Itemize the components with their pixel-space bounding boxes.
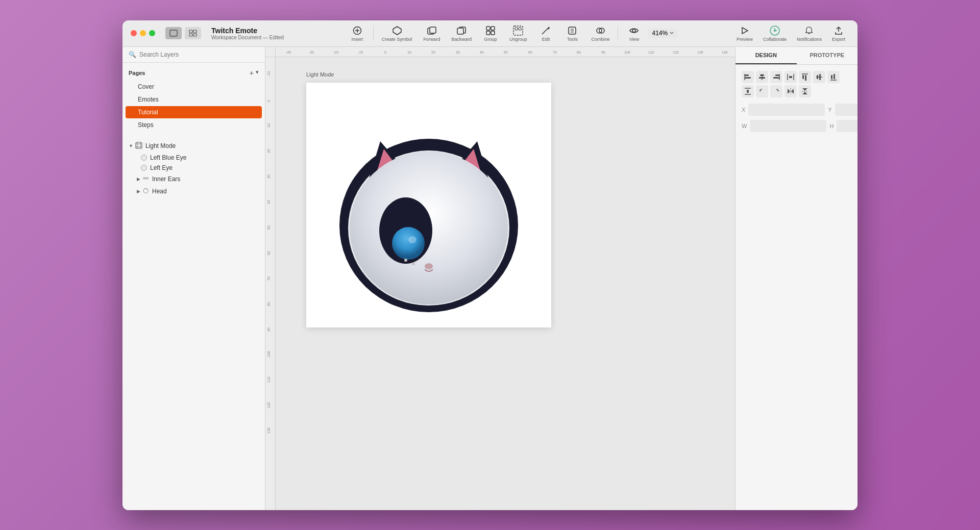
forward-label: Forward — [423, 37, 440, 42]
preview-label: Preview — [737, 37, 753, 42]
notifications-button[interactable]: Notifications — [793, 23, 826, 44]
svg-text:40: 40 — [267, 200, 271, 204]
align-left-button[interactable] — [742, 71, 754, 83]
svg-rect-16 — [491, 31, 495, 35]
edit-label: Edit — [542, 37, 550, 42]
svg-rect-96 — [789, 76, 792, 78]
page-item-emotes[interactable]: Emotes — [126, 93, 262, 106]
ruler-corner — [265, 47, 276, 57]
svg-text:90: 90 — [267, 327, 271, 332]
preview-icon — [739, 25, 750, 36]
layer-group-light-mode: ▼ Light Mode — [122, 138, 265, 199]
page-item-tutorial[interactable]: Tutorial — [126, 106, 262, 118]
main-content: 🔍 Pages + ▾ Cover Emotes Tutorial Steps — [122, 47, 857, 510]
align-top-button[interactable] — [799, 71, 811, 83]
svg-text:40: 40 — [480, 51, 484, 54]
svg-rect-98 — [805, 75, 806, 81]
search-input[interactable] — [139, 51, 259, 58]
frame-label: Light Mode — [306, 71, 334, 78]
backward-button[interactable]: Backward — [446, 23, 477, 44]
layer-group-header-inner-ears[interactable]: ▶ Inner Ears — [122, 173, 265, 185]
export-label: Export — [832, 37, 845, 42]
notifications-label: Notifications — [797, 37, 822, 42]
svg-text:-30: -30 — [309, 51, 314, 54]
rotate-left-button[interactable] — [756, 85, 768, 97]
page-item-steps[interactable]: Steps — [126, 119, 262, 131]
layer-item-left-eye[interactable]: Left Eye — [122, 163, 265, 173]
svg-marker-112 — [791, 89, 794, 94]
flip-v-button[interactable] — [799, 85, 811, 97]
align-middle-button[interactable] — [813, 71, 825, 83]
preview-button[interactable]: Preview — [732, 23, 757, 44]
insert-button[interactable]: Insert — [345, 23, 370, 44]
svg-text:10: 10 — [407, 51, 411, 54]
xy-row: X Y ° — [742, 104, 851, 116]
layer-label-left-blue-eye: Left Blue Eye — [150, 154, 186, 161]
combine-label: Combine — [591, 37, 609, 42]
grid-view-button[interactable] — [185, 27, 201, 39]
tools-label: Tools — [567, 37, 578, 42]
svg-text:-20: -20 — [333, 51, 338, 54]
view-label: View — [629, 37, 639, 42]
align-center-h-button[interactable] — [756, 71, 768, 83]
combine-button[interactable]: Combine — [586, 23, 615, 44]
layer-group-header-head[interactable]: ▶ Head — [122, 185, 265, 197]
svg-text:90: 90 — [601, 51, 605, 54]
pages-header: Pages + ▾ — [122, 67, 265, 80]
view-button[interactable]: View — [621, 23, 647, 44]
distribute-h-button[interactable] — [785, 71, 797, 83]
insert-icon — [352, 25, 363, 36]
canvas-area[interactable]: -40 -30 -20 -10 0 10 20 30 40 50 60 70 8… — [265, 47, 735, 510]
layer-group-header-light-mode[interactable]: ▼ Light Mode — [122, 140, 265, 153]
rotate-right-button[interactable] — [770, 85, 782, 97]
tools-button[interactable]: Tools — [559, 23, 585, 44]
w-input[interactable] — [750, 120, 826, 132]
combine-icon — [595, 25, 606, 36]
minimize-button[interactable] — [140, 30, 146, 36]
y-input[interactable] — [835, 104, 857, 116]
group-icon — [142, 175, 149, 183]
svg-text:0: 0 — [267, 100, 271, 102]
create-symbol-button[interactable]: Create Symbol — [377, 23, 418, 44]
svg-point-81 — [408, 236, 416, 243]
svg-marker-111 — [788, 89, 790, 94]
export-button[interactable]: Export — [828, 23, 849, 44]
collaborate-button[interactable]: Collaborate — [759, 23, 791, 44]
distribute-v-button[interactable] — [742, 85, 754, 97]
page-item-cover[interactable]: Cover — [126, 81, 262, 93]
flip-h-button[interactable] — [785, 85, 797, 97]
close-button[interactable] — [131, 30, 137, 36]
group-button[interactable]: Group — [478, 23, 503, 44]
svg-rect-0 — [170, 30, 177, 36]
edit-button[interactable]: Edit — [533, 23, 558, 44]
svg-rect-92 — [773, 77, 779, 79]
add-page-icon[interactable]: + — [250, 69, 254, 77]
svg-text:60: 60 — [267, 251, 271, 255]
tab-design[interactable]: DESIGN — [736, 47, 797, 64]
expand-pages-icon[interactable]: ▾ — [256, 69, 259, 77]
svg-rect-2 — [193, 30, 197, 33]
align-right-button[interactable] — [770, 71, 782, 83]
canvas-view-button[interactable] — [165, 27, 182, 39]
svg-text:100: 100 — [267, 351, 271, 357]
group-icon — [485, 25, 496, 36]
ungroup-button[interactable]: Ungroup — [504, 23, 532, 44]
x-label: X — [742, 107, 745, 113]
fullscreen-button[interactable] — [149, 30, 155, 36]
group-label: Group — [484, 37, 497, 42]
h-input[interactable] — [837, 120, 857, 132]
toolbar-divider-1 — [373, 26, 374, 41]
tab-prototype[interactable]: PROTOTYPE — [797, 47, 858, 64]
svg-text:110: 110 — [267, 376, 271, 383]
svg-rect-3 — [189, 34, 192, 36]
svg-rect-86 — [745, 77, 751, 79]
x-input[interactable] — [748, 104, 825, 116]
pages-title: Pages — [129, 70, 145, 76]
align-bottom-button[interactable] — [827, 71, 840, 83]
zoom-control[interactable]: 414% — [648, 28, 678, 38]
layer-item-left-blue-eye[interactable]: Left Blue Eye — [122, 153, 265, 163]
svg-text:50: 50 — [267, 225, 271, 230]
layer-label-head: Head — [152, 188, 167, 195]
forward-button[interactable]: Forward — [418, 23, 445, 44]
panel-content: X Y ° W H ⇆ — [736, 65, 857, 510]
